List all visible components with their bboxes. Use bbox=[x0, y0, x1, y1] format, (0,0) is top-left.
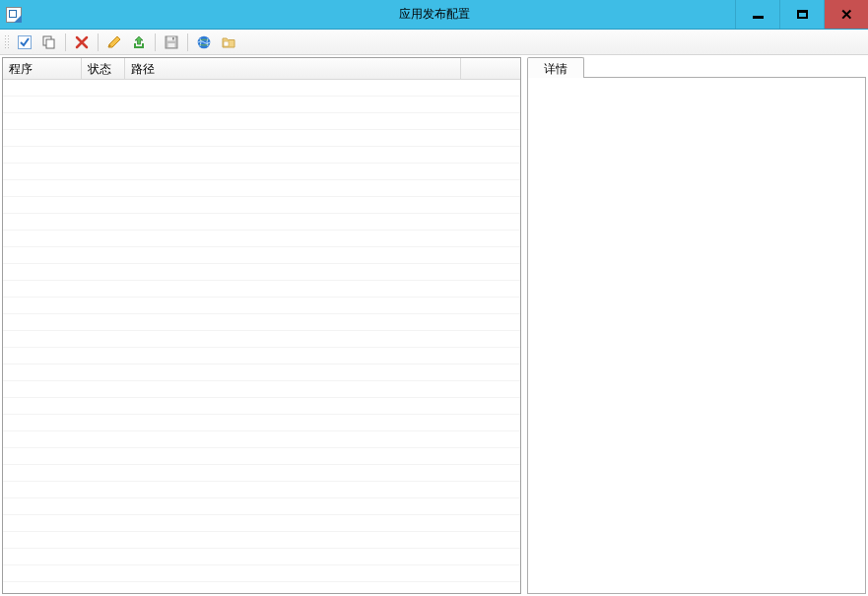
table-row bbox=[3, 97, 520, 113]
table-row bbox=[3, 314, 520, 331]
delete-icon bbox=[74, 34, 90, 50]
column-header-path[interactable]: 路径 bbox=[125, 58, 461, 79]
globe-icon bbox=[196, 34, 212, 50]
table-row bbox=[3, 364, 520, 381]
svg-rect-2 bbox=[46, 39, 54, 48]
folder-button[interactable] bbox=[218, 32, 239, 53]
table-row bbox=[3, 298, 520, 314]
column-header-spacer bbox=[461, 58, 520, 79]
tab-row: 详情 bbox=[527, 57, 866, 78]
table-row bbox=[3, 498, 520, 515]
table-row bbox=[3, 180, 520, 197]
table-row bbox=[3, 130, 520, 147]
program-list-panel: 程序 状态 路径 bbox=[2, 57, 521, 594]
toolbar-separator bbox=[155, 33, 156, 51]
column-header-program[interactable]: 程序 bbox=[3, 58, 82, 79]
table-row bbox=[3, 247, 520, 264]
titlebar[interactable]: 应用发布配置 ✕ bbox=[0, 0, 868, 30]
edit-button[interactable] bbox=[103, 32, 125, 53]
detail-body bbox=[527, 77, 866, 594]
table-row bbox=[3, 113, 520, 130]
maximize-button[interactable] bbox=[779, 0, 824, 29]
web-button[interactable] bbox=[193, 32, 215, 53]
table-row bbox=[3, 264, 520, 281]
table-row bbox=[3, 415, 520, 431]
detail-panel: 详情 bbox=[527, 57, 866, 594]
table-row bbox=[3, 214, 520, 231]
table-row bbox=[3, 482, 520, 498]
save-button[interactable] bbox=[161, 32, 182, 53]
table-row bbox=[3, 231, 520, 247]
toolbar-separator bbox=[65, 33, 66, 51]
column-header-status[interactable]: 状态 bbox=[82, 58, 125, 79]
export-button[interactable] bbox=[128, 32, 150, 53]
select-all-button[interactable] bbox=[14, 32, 35, 53]
svg-rect-4 bbox=[167, 36, 175, 40]
table-row bbox=[3, 331, 520, 348]
toolbar-separator bbox=[187, 33, 188, 51]
table-row bbox=[3, 431, 520, 448]
table-row bbox=[3, 80, 520, 97]
window-title: 应用发布配置 bbox=[399, 6, 470, 23]
toolbar-grip bbox=[4, 34, 9, 50]
table-row bbox=[3, 565, 520, 582]
folder-icon bbox=[221, 34, 236, 50]
table-row bbox=[3, 549, 520, 565]
app-icon bbox=[6, 7, 22, 23]
delete-button[interactable] bbox=[71, 32, 93, 53]
content-area: 程序 状态 路径 bbox=[0, 55, 868, 596]
tab-detail[interactable]: 详情 bbox=[527, 57, 584, 78]
toolbar bbox=[0, 30, 868, 55]
pencil-icon bbox=[106, 34, 122, 50]
table-row bbox=[3, 281, 520, 298]
svg-rect-5 bbox=[168, 43, 175, 47]
close-button[interactable]: ✕ bbox=[824, 0, 868, 29]
minimize-button[interactable] bbox=[735, 0, 779, 29]
svg-rect-8 bbox=[224, 41, 229, 46]
table-row bbox=[3, 465, 520, 482]
table-row bbox=[3, 381, 520, 398]
svg-rect-6 bbox=[172, 37, 174, 40]
floppy-icon bbox=[164, 34, 179, 50]
table-row bbox=[3, 348, 520, 364]
table-row bbox=[3, 197, 520, 214]
table-row bbox=[3, 164, 520, 180]
table-row bbox=[3, 147, 520, 164]
table-row bbox=[3, 398, 520, 415]
list-body[interactable] bbox=[3, 80, 520, 593]
copy-button[interactable] bbox=[38, 32, 60, 53]
table-row bbox=[3, 532, 520, 549]
export-up-icon bbox=[131, 34, 147, 50]
table-row bbox=[3, 515, 520, 532]
window-controls: ✕ bbox=[735, 0, 868, 29]
copy-icon bbox=[41, 34, 57, 50]
table-row bbox=[3, 448, 520, 465]
toolbar-separator bbox=[98, 33, 99, 51]
checkbox-icon bbox=[17, 34, 33, 50]
list-header: 程序 状态 路径 bbox=[3, 58, 520, 80]
